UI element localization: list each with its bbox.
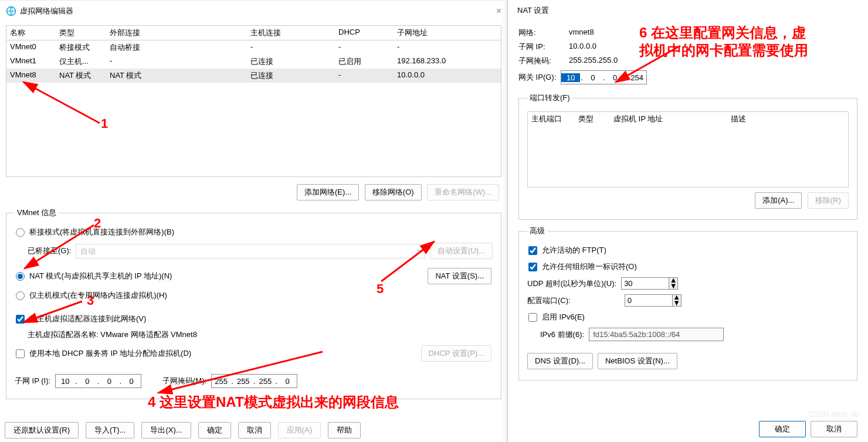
restore-defaults-button[interactable]: 还原默认设置(R) [5,422,79,438]
spin-down-icon[interactable]: ▼ [669,284,677,290]
nat-window-title: NAT 设置 [517,5,549,16]
subip-value: 10.0.0.0 [569,42,596,52]
bridge-to-label: 已桥接至(G): [28,246,71,256]
nat-label: NAT 模式(与虚拟机共享主机的 IP 地址)(N) [29,271,172,281]
host-only-radio[interactable] [16,291,25,300]
port-col-vmip[interactable]: 虚拟机 IP 地址 [610,112,727,187]
col-host[interactable]: 主机连接 [247,26,335,40]
cfgport-label: 配置端口(C): [527,295,571,306]
networks-table: 名称 类型 外部连接 主机连接 DHCP 子网地址 VMnet0 桥接模式 自动… [6,25,501,177]
col-ext[interactable]: 外部连接 [106,26,247,40]
network-buttons: 添加网络(E)... 移除网络(O) 重命名网络(W)... [0,181,507,204]
gateway-row: 网关 IP(G): . . . [518,68,857,87]
add-network-button[interactable]: 添加网络(E)... [297,184,359,200]
bridge-label: 桥接模式(将虚拟机直接连接到外部网络)(B) [29,227,174,237]
subnet-ip-input[interactable]: . . . [55,374,141,388]
host-only-radio-row[interactable]: 仅主机模式(在专用网络内连接虚拟机)(H) [15,287,493,304]
vmnet-info-legend: VMnet 信息 [15,208,59,218]
port-col-type[interactable]: 类型 [575,112,610,187]
nat-bottom-buttons: 确定 取消 [759,421,857,437]
gateway-label: 网关 IP(G): [518,72,556,83]
nat-title-bar: NAT 设置 [508,0,868,21]
table-row[interactable]: VMnet1 仅主机... - 已连接 已启用 192.168.233.0 [6,55,501,69]
udp-timeout-spinner[interactable]: ▲▼ [621,277,678,290]
bridge-radio[interactable] [16,228,25,237]
ipv6-label: 启用 IPv6(E) [542,312,585,322]
ipv6-prefix-label: IPv6 前缀(6): [540,329,584,340]
subip-label: 子网 IP: [518,42,569,52]
close-icon[interactable]: × [496,6,501,16]
connect-host-checkbox[interactable] [16,315,25,324]
col-type[interactable]: 类型 [56,26,106,40]
help-button[interactable]: 帮助 [328,422,361,438]
port-col-host[interactable]: 主机端口 [528,112,575,187]
dns-settings-button[interactable]: DNS 设置(D)... [527,353,593,369]
nat-ok-button[interactable]: 确定 [759,421,806,437]
ftp-label: 允许活动的 FTP(T) [542,245,606,256]
port-col-desc[interactable]: 描述 [727,112,774,187]
ipv6-checkbox[interactable] [528,313,537,322]
col-name[interactable]: 名称 [6,26,56,40]
rename-network-button: 重命名网络(W)... [427,184,499,200]
network-icon [6,6,16,16]
port-forward-legend: 端口转发(F) [527,93,572,103]
nat-mode-radio-row[interactable]: NAT 模式(与虚拟机共享主机的 IP 地址)(N) NAT 设置(S)... [15,265,493,287]
connect-host-label: 将主机虚拟适配器连接到此网络(V) [29,314,146,324]
dhcp-checkbox[interactable] [16,349,25,358]
gateway-ip-input[interactable]: . . . [561,70,647,84]
bridge-to-row: 已桥接至(G): 自动 自动设置(U)... [28,240,493,261]
config-port-spinner[interactable]: ▲▼ [625,294,681,307]
table-row-selected[interactable]: VMnet8 NAT 模式 NAT 模式 已连接 - 10.0.0.0 [6,69,501,83]
auto-settings-button: 自动设置(U)... [430,243,493,259]
table-empty [6,83,501,176]
advanced-legend: 高级 [527,226,547,236]
ipv6-prefix-input[interactable] [589,328,724,341]
host-only-label: 仅主机模式(在专用网络内连接虚拟机)(H) [29,290,167,301]
net-label: 网络: [518,28,569,38]
netbios-settings-button[interactable]: NetBIOS 设置(N)... [598,353,677,369]
apply-button: 应用(A) [278,422,321,438]
table-row[interactable]: VMnet0 桥接模式 自动桥接 - - - [6,40,501,55]
udp-label: UDP 超时(以秒为单位)(U): [527,278,616,289]
subnet-mask-label: 子网掩码(M): [162,376,206,386]
window-title: 虚拟网络编辑器 [20,6,73,16]
export-button[interactable]: 导出(X)... [141,422,191,438]
ok-button[interactable]: 确定 [198,422,231,438]
org-checkbox[interactable] [528,263,537,271]
advanced-group: 高级 允许活动的 FTP(T) 允许任何组织唯一标识符(O) UDP 超时(以秒… [518,226,857,380]
nat-settings-button[interactable]: NAT 设置(S)... [428,268,491,284]
nat-settings-window: NAT 设置 网络:vmnet8 子网 IP:10.0.0.0 子网掩码:255… [507,0,868,442]
col-dhcp[interactable]: DHCP [335,26,394,40]
port-forward-group: 端口转发(F) 主机端口 类型 虚拟机 IP 地址 描述 添加(A)... 移除… [518,93,857,220]
import-button[interactable]: 导入(T)... [86,422,134,438]
ftp-checkbox[interactable] [528,246,537,255]
virtual-network-editor-window: 虚拟网络编辑器 × 名称 类型 外部连接 主机连接 DHCP 子网地址 VMne… [0,0,507,442]
bottom-buttons: 还原默认设置(R) 导入(T)... 导出(X)... 确定 取消 应用(A) … [5,422,361,438]
col-sub[interactable]: 子网地址 [394,26,493,40]
org-label: 允许任何组织唯一标识符(O) [542,261,637,272]
watermark: CSDN @lzh_00 [809,410,859,419]
subnet-ip-label: 子网 IP (I): [15,376,50,386]
table-header: 名称 类型 外部连接 主机连接 DHCP 子网地址 [6,26,501,40]
remove-network-button[interactable]: 移除网络(O) [365,184,422,200]
port-forward-table: 主机端口 类型 虚拟机 IP 地址 描述 [527,111,849,188]
vmnet-info-group: VMnet 信息 桥接模式(将虚拟机直接连接到外部网络)(B) 已桥接至(G):… [6,208,501,399]
dhcp-row[interactable]: 使用本地 DHCP 服务将 IP 地址分配给虚拟机(D) DHCP 设置(P).… [15,342,493,365]
host-adapter-name: 主机虚拟适配器名称: VMware 网络适配器 VMnet8 [28,327,493,342]
dhcp-settings-button: DHCP 设置(P)... [421,345,491,362]
nat-radio[interactable] [16,272,25,281]
dhcp-label: 使用本地 DHCP 服务将 IP 地址分配给虚拟机(D) [29,348,191,359]
mask-label: 子网掩码: [518,56,569,66]
cancel-button[interactable]: 取消 [238,422,271,438]
connect-host-adapter-row[interactable]: 将主机虚拟适配器连接到此网络(V) [15,311,493,327]
port-add-button[interactable]: 添加(A)... [755,192,802,209]
spin-down-icon[interactable]: ▼ [673,301,681,307]
bridge-mode-radio-row[interactable]: 桥接模式(将虚拟机直接连接到外部网络)(B) [15,224,493,240]
subnet-mask-input[interactable]: . . . [211,374,297,388]
nat-cancel-button[interactable]: 取消 [811,421,857,437]
mask-value: 255.255.255.0 [569,56,618,66]
subnet-row: 子网 IP (I): . . . 子网掩码(M): . . . [15,372,493,390]
bridge-to-select: 自动 [76,244,425,259]
net-value: vmnet8 [569,28,594,38]
title-bar: 虚拟网络编辑器 × [0,1,507,22]
